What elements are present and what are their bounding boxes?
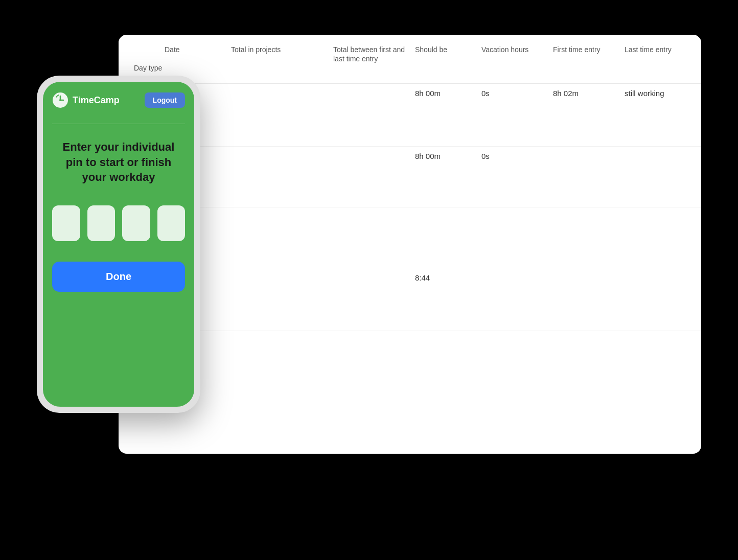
col-date: Date	[165, 45, 231, 63]
col-day-type: Day type	[134, 63, 165, 73]
row-last-entry	[625, 336, 701, 346]
row-vacation: 0s	[481, 84, 553, 103]
col-first-entry: First time entry	[553, 45, 625, 63]
col-vacation: Vacation hours	[481, 45, 553, 63]
logo-text: TimeCamp	[73, 95, 120, 106]
row-first-entry: 8h 02m	[553, 84, 625, 103]
row-total-between	[333, 88, 415, 99]
row-first-entry	[553, 151, 625, 161]
table-row: Apr 2 Non-Working day	[119, 331, 701, 404]
row-total-projects	[231, 336, 333, 346]
row-total-projects	[231, 273, 333, 283]
row-total-between	[333, 151, 415, 161]
row-total-between	[333, 212, 415, 222]
row-vacation	[481, 212, 553, 222]
col-last-entry: Last time entry	[625, 45, 701, 63]
col-total-projects: Total in projects	[231, 45, 333, 63]
phone-screen: TimeCamp Logout Enter your individual pi…	[43, 82, 194, 407]
pin-box-4[interactable]	[157, 205, 186, 241]
row-should-be: 8h 00m	[415, 147, 481, 166]
pin-box-2[interactable]	[87, 205, 116, 241]
col-checkbox	[134, 45, 165, 63]
pin-box-3[interactable]	[122, 205, 150, 241]
row-total-projects	[231, 88, 333, 99]
table-row: Apr 1 8:44 Working day	[119, 268, 701, 331]
row-total-projects	[231, 212, 333, 222]
row-last-entry	[625, 273, 701, 283]
row-last-entry: still working	[625, 84, 701, 103]
timecamp-logo-icon	[52, 92, 68, 108]
row-total-between	[333, 273, 415, 283]
table-row: Mar 29 8h 00m 0s 8h 02m still working Wo…	[119, 84, 701, 147]
svg-point-1	[59, 99, 61, 101]
row-first-entry	[553, 336, 625, 346]
row-should-be: 8:44	[415, 268, 481, 287]
pin-box-1[interactable]	[52, 205, 80, 241]
row-total-between	[333, 336, 415, 346]
table-row: Mar 31 Vacation leave	[119, 207, 701, 268]
table-row: Mar 30 8h 00m 0s Remote work	[119, 147, 701, 207]
logout-button[interactable]: Logout	[145, 92, 185, 108]
phone-topbar: TimeCamp Logout	[52, 92, 185, 108]
row-vacation	[481, 336, 553, 346]
pin-input-group[interactable]	[52, 205, 185, 241]
attendance-table: Date Total in projects Total between fir…	[119, 35, 701, 454]
row-first-entry	[553, 273, 625, 283]
col-total-between: Total between first and last time entry	[333, 45, 415, 63]
col-should-be: Should be	[415, 45, 481, 63]
table-header: Date Total in projects Total between fir…	[119, 35, 701, 84]
phone-mockup: TimeCamp Logout Enter your individual pi…	[37, 76, 200, 423]
row-total-projects	[231, 151, 333, 161]
row-last-entry	[625, 212, 701, 222]
row-should-be	[415, 336, 481, 346]
timecamp-logo: TimeCamp	[52, 92, 120, 108]
phone-divider	[52, 124, 185, 124]
row-vacation: 0s	[481, 147, 553, 166]
row-first-entry	[553, 212, 625, 222]
pin-message: Enter your individual pin to start or fi…	[52, 139, 185, 185]
row-should-be	[415, 212, 481, 222]
phone-outer: TimeCamp Logout Enter your individual pi…	[37, 76, 200, 413]
row-should-be: 8h 00m	[415, 84, 481, 103]
row-vacation	[481, 273, 553, 283]
row-last-entry	[625, 151, 701, 161]
done-button[interactable]: Done	[52, 262, 185, 292]
